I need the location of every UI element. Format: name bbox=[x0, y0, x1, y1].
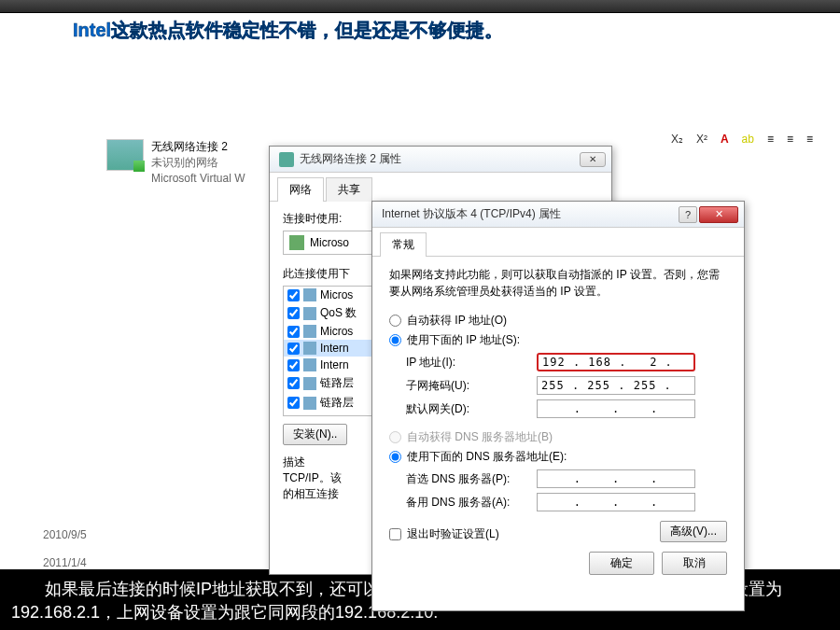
gateway-input[interactable] bbox=[537, 399, 695, 418]
validate-label: 退出时验证设置(L) bbox=[407, 526, 499, 542]
alternate-dns-label: 备用 DNS 服务器(A): bbox=[406, 495, 537, 511]
tab-sharing[interactable]: 共享 bbox=[326, 177, 372, 202]
auto-dns-label: 自动获得 DNS 服务器地址(B) bbox=[407, 429, 553, 445]
help-button[interactable]: ? bbox=[679, 206, 697, 223]
connection-name: 无线网络连接 2 bbox=[151, 139, 245, 155]
install-button[interactable]: 安装(N).. bbox=[283, 424, 347, 445]
date-item: 2010/9/5 bbox=[30, 521, 142, 549]
network-connection-item[interactable]: 无线网络连接 2 未识别的网络 Microsoft Virtual W bbox=[103, 135, 248, 189]
align-icon-1[interactable]: ≡ bbox=[767, 133, 774, 146]
format-toolbar: X₂ X² A ab ≡ ≡ ≡ bbox=[668, 133, 816, 146]
screenshot-area: X₂ X² A ab ≡ ≡ ≡ 无线网络连接 2 未识别的网络 Microso… bbox=[0, 47, 840, 569]
manual-dns-label: 使用下面的 DNS 服务器地址(E): bbox=[407, 449, 567, 465]
frame-top-bar bbox=[0, 0, 840, 13]
cancel-button[interactable]: 取消 bbox=[662, 552, 727, 575]
align-icon-2[interactable]: ≡ bbox=[787, 133, 793, 146]
manual-dns-radio[interactable] bbox=[389, 451, 401, 463]
manual-ip-label: 使用下面的 IP 地址(S): bbox=[407, 332, 520, 348]
auto-ip-radio[interactable] bbox=[389, 315, 401, 327]
ip-address-input[interactable] bbox=[537, 353, 695, 371]
tab-general[interactable]: 常规 bbox=[380, 232, 427, 257]
dlg1-title: 无线网络连接 2 属性 bbox=[300, 151, 401, 167]
dlg1-titlebar: 无线网络连接 2 属性 ✕ bbox=[270, 147, 611, 173]
highlight-icon[interactable]: ab bbox=[742, 133, 754, 146]
connection-adapter: Microsoft Virtual W bbox=[151, 171, 245, 187]
adapter-name: Microso bbox=[310, 236, 349, 249]
subnet-mask-label: 子网掩码(U): bbox=[406, 378, 537, 394]
superscript-icon[interactable]: X² bbox=[696, 133, 707, 146]
ipv4-properties-dialog: Internet 协议版本 4 (TCP/IPv4) 属性 ? ✕ 常规 如果网… bbox=[371, 201, 745, 611]
network-adapter-icon bbox=[106, 139, 144, 171]
adapter-icon bbox=[289, 235, 304, 250]
ip-address-label: IP 地址(I): bbox=[406, 355, 537, 371]
network-icon bbox=[279, 152, 294, 167]
subscript-icon[interactable]: X₂ bbox=[671, 133, 683, 146]
advanced-button[interactable]: 高级(V)... bbox=[660, 521, 727, 542]
align-icon-3[interactable]: ≡ bbox=[806, 133, 813, 146]
gateway-label: 默认网关(D): bbox=[406, 401, 537, 417]
alternate-dns-input[interactable] bbox=[537, 493, 695, 511]
subnet-mask-input[interactable] bbox=[537, 376, 695, 395]
dlg2-titlebar: Internet 协议版本 4 (TCP/IPv4) 属性 ? ✕ bbox=[372, 202, 744, 228]
manual-ip-radio[interactable] bbox=[389, 334, 401, 346]
preferred-dns-input[interactable] bbox=[537, 469, 695, 488]
ok-button[interactable]: 确定 bbox=[589, 552, 654, 575]
connection-status: 未识别的网络 bbox=[151, 155, 245, 171]
close-button[interactable]: ✕ bbox=[699, 206, 738, 223]
validate-checkbox[interactable] bbox=[389, 528, 401, 540]
auto-dns-radio bbox=[389, 431, 401, 443]
tab-network[interactable]: 网络 bbox=[277, 177, 324, 202]
font-color-icon[interactable]: A bbox=[721, 133, 729, 146]
help-text: 如果网络支持此功能，则可以获取自动指派的 IP 设置。否则，您需要从网络系统管理… bbox=[389, 266, 727, 300]
preferred-dns-label: 首选 DNS 服务器(P): bbox=[406, 471, 537, 487]
dlg2-title: Internet 协议版本 4 (TCP/IPv4) 属性 bbox=[382, 206, 561, 222]
article-headline: Intel这款热点软件稳定性不错，但是还是不够便捷。 bbox=[0, 13, 840, 47]
date-item: 2011/1/4 bbox=[30, 549, 142, 577]
auto-ip-label: 自动获得 IP 地址(O) bbox=[407, 313, 507, 329]
close-button[interactable]: ✕ bbox=[580, 152, 606, 167]
